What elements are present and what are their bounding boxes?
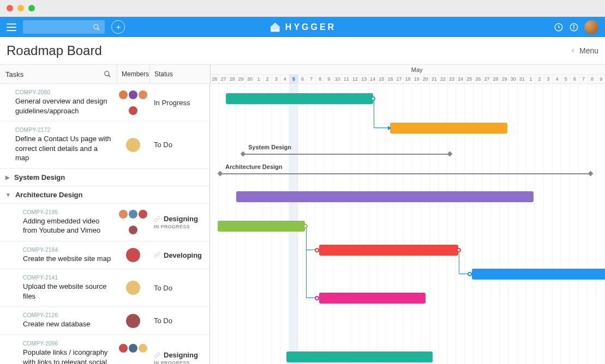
gantt-bar[interactable] [390,123,507,134]
timeline-day[interactable]: 8 [316,75,325,83]
bar-handle[interactable] [303,224,308,228]
dependency-line [374,99,390,128]
gantt-timeline[interactable]: System Design Architecture Design [210,84,605,364]
timeline-day[interactable]: 17 [395,75,404,83]
timeline-day[interactable]: 29 [500,75,509,83]
add-button[interactable] [111,20,125,34]
task-id: COMPY-2172 [15,127,111,133]
window-zoom-button[interactable] [28,5,35,11]
timeline-day[interactable]: 30 [509,75,518,83]
timeline-day[interactable]: 13 [360,75,369,83]
timeline-day[interactable]: 6 [298,75,307,83]
task-row[interactable]: COMPY-2184 Create the website site map D… [0,241,209,270]
timeline-day[interactable]: 15 [378,75,386,83]
gantt-bar[interactable] [286,351,433,362]
month-label: May [211,65,605,75]
search-icon [93,23,100,31]
task-row[interactable]: COMPY-2141 Upload the website source fil… [0,269,209,307]
info-icon[interactable] [569,22,579,32]
timeline-day[interactable]: 19 [412,75,421,83]
timeline-day[interactable]: 12 [351,75,360,83]
gantt-bar[interactable] [236,191,534,202]
gantt-bar[interactable] [226,93,373,104]
bar-handle[interactable] [315,296,319,300]
gantt-bar[interactable] [472,269,605,280]
bar-handle[interactable] [315,248,319,252]
bar-handle[interactable] [468,272,472,276]
menu-hamburger-button[interactable] [7,23,16,31]
task-row[interactable]: COMPY-2172 Define a Contact Us page with… [0,122,209,169]
timeline-day[interactable]: 4 [553,75,562,83]
task-row[interactable]: COMPY-2096 Populate links / icongraphy w… [0,335,209,364]
timeline-day[interactable]: 10 [333,75,342,83]
timeline-day[interactable]: 3 [272,75,281,83]
timeline-day[interactable]: 1 [254,75,263,83]
task-title: Create the website site map [23,254,111,264]
timeline-day[interactable]: 25 [465,75,474,83]
link-icon [154,252,160,258]
timeline-day[interactable]: 28 [492,75,500,83]
timeline-day[interactable]: 5 [290,75,298,83]
group-architecture-design[interactable]: ▼ Architecture Design [0,186,209,204]
group-summary-bar[interactable] [220,173,591,174]
task-row[interactable]: COMPY-2080 General overview and design g… [0,84,209,122]
timeline-day[interactable]: 31 [518,75,526,83]
group-summary-label: System Design [248,144,291,150]
timeline-day[interactable]: 9 [597,75,605,83]
window-close-button[interactable] [7,5,13,11]
task-row[interactable]: COMPY-2126 Create new database To Do [0,307,209,335]
task-title: Populate links / icongraphy with links t… [23,348,111,364]
timeline-day[interactable]: 6 [571,75,579,83]
timeline-day[interactable]: 3 [544,75,553,83]
timeline-day[interactable]: 16 [386,75,395,83]
timeline-day[interactable]: 11 [342,75,351,83]
svg-line-9 [109,75,111,77]
bar-handle[interactable] [371,96,375,101]
timeline-day[interactable]: 5 [562,75,571,83]
task-id: COMPY-2141 [23,275,111,281]
timeline-day[interactable]: 4 [281,75,290,83]
task-status: In Progress [154,99,209,107]
timeline-day[interactable]: 1 [526,75,535,83]
timeline-day[interactable]: 22 [439,75,447,83]
timeline-day[interactable]: 29 [237,75,245,83]
timeline-day[interactable]: 28 [228,75,237,83]
timeline-day[interactable]: 2 [535,75,544,83]
timeline-day[interactable]: 24 [457,75,465,83]
gantt-bar[interactable] [218,221,305,232]
timeline-day[interactable]: 30 [245,75,254,83]
window-minimize-button[interactable] [17,5,24,11]
timeline-day[interactable]: 8 [588,75,597,83]
search-input[interactable] [23,20,105,34]
task-id: COMPY-2195 [23,209,111,215]
timeline-day[interactable]: 7 [579,75,588,83]
user-avatar[interactable] [584,20,598,34]
tasks-search-icon[interactable] [104,70,111,78]
clock-icon[interactable] [554,22,564,32]
task-title: General overview and design guidelines/a… [15,96,111,116]
timeline-day[interactable]: 18 [404,75,412,83]
timeline-day[interactable]: 14 [369,75,378,83]
timeline-day[interactable]: 9 [325,75,333,83]
timeline-day[interactable]: 27 [483,75,492,83]
brand-icon [269,21,281,33]
bar-handle[interactable] [457,248,461,252]
timeline-day[interactable]: 2 [263,75,272,83]
gantt-bar[interactable] [319,245,458,256]
chevron-right-icon: ▶ [5,174,10,180]
board-menu-button[interactable]: Menu [570,46,598,55]
timeline-day[interactable]: 21 [430,75,439,83]
timeline-day[interactable]: 23 [448,75,457,83]
timeline-day[interactable]: 27 [219,75,228,83]
timeline-day[interactable]: 20 [421,75,430,83]
group-summary-bar[interactable] [243,154,450,155]
gantt-bar[interactable] [319,293,426,304]
timeline-day[interactable]: 7 [307,75,316,83]
group-label: System Design [14,173,65,181]
timeline-header: May 262728293012345678910111213141516171… [210,65,605,83]
group-system-design[interactable]: ▶ System Design [0,169,209,186]
task-members [117,84,149,121]
task-row[interactable]: COMPY-2195 Adding embedded video from Yo… [0,204,209,241]
timeline-day[interactable]: 26 [474,75,483,83]
timeline-day[interactable]: 26 [211,75,219,83]
